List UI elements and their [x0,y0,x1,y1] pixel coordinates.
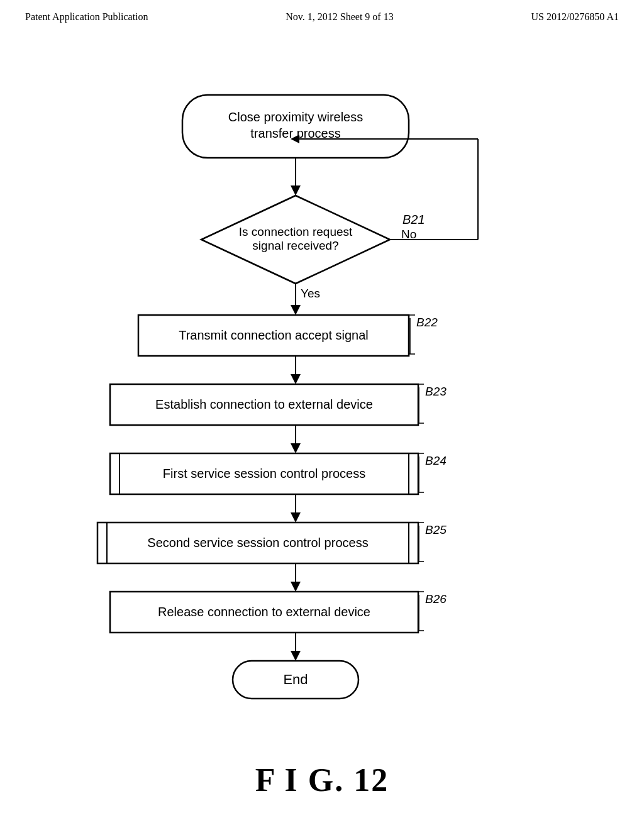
svg-text:Second service session control: Second service session control process [147,536,368,550]
figure-label: F I G. 12 [255,761,389,799]
header-left: Patent Application Publication [25,11,148,23]
svg-marker-58 [291,651,301,661]
svg-marker-30 [291,443,301,453]
svg-text:B21: B21 [402,213,425,226]
header-center: Nov. 1, 2012 Sheet 9 of 13 [286,11,393,23]
header-right: US 2012/0276850 A1 [531,11,619,23]
svg-marker-40 [291,512,301,523]
diagram-area: Close proximity wireless transfer proces… [0,29,644,752]
svg-text:B22: B22 [416,316,438,329]
svg-marker-2 [291,185,301,196]
svg-text:B25: B25 [425,523,447,536]
start-label-line1: Close proximity wireless [228,110,364,124]
svg-marker-50 [291,582,301,592]
svg-text:End: End [283,672,308,687]
svg-marker-14 [291,305,301,315]
svg-text:Establish connection to extern: Establish connection to external device [155,397,373,411]
page-header: Patent Application Publication Nov. 1, 2… [0,0,644,29]
svg-text:Yes: Yes [301,287,320,300]
svg-text:B24: B24 [425,454,447,467]
svg-text:B23: B23 [425,385,447,398]
flowchart-svg: Close proximity wireless transfer proces… [0,29,644,752]
svg-text:No: No [401,228,416,241]
svg-text:signal received?: signal received? [252,239,338,252]
svg-marker-22 [291,374,301,384]
svg-text:Is connection request: Is connection request [239,225,353,238]
svg-text:B26: B26 [425,592,447,606]
svg-text:First service session control : First service session control process [163,467,365,480]
svg-text:Transmit connection accept sig: Transmit connection accept signal [179,328,369,342]
svg-text:Release connection to external: Release connection to external device [158,605,370,619]
